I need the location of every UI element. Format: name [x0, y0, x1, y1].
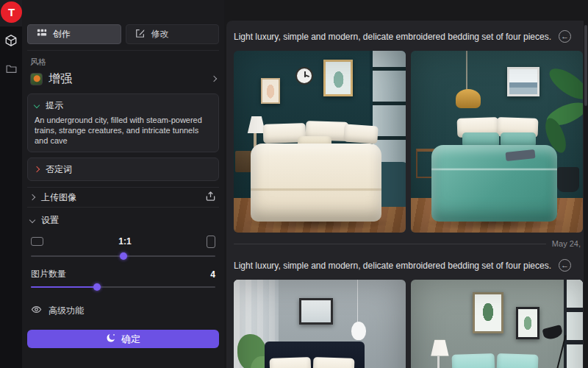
window: [564, 280, 583, 368]
aspect-ratio-slider-thumb[interactable]: [120, 252, 127, 260]
divider-line: [234, 244, 546, 244]
portrait-ratio-icon[interactable]: [207, 236, 215, 248]
aspect-ratio-value: 1:1: [43, 236, 207, 247]
tab-modify[interactable]: 修改: [126, 24, 220, 44]
wall-clock: [295, 67, 313, 85]
pillow: [501, 132, 536, 147]
wall-art-frame: [516, 307, 539, 339]
settings-label: 设置: [41, 214, 59, 227]
eye-icon: [31, 304, 42, 317]
pillow: [270, 357, 312, 368]
headboard: [265, 342, 365, 368]
prompt-box[interactable]: 提示 An underground city, filled with stea…: [27, 93, 219, 152]
upload-image-row[interactable]: 上传图像: [30, 188, 216, 207]
bed-shadow: [425, 214, 566, 230]
advanced-features-label: 高级功能: [49, 305, 84, 317]
chevron-right-icon: [211, 76, 217, 82]
chevron-down-icon: [29, 217, 35, 223]
advanced-features-row[interactable]: 高级功能: [31, 303, 215, 318]
plant-leaf: [251, 356, 273, 368]
floor-lamp-shade: [542, 325, 563, 341]
scrollbar-thumb[interactable]: [584, 25, 587, 106]
generation-feed-card: Light luxury, simple and modern, delicat…: [226, 21, 584, 368]
table-lamp: [244, 116, 269, 133]
date-label: May 24,: [552, 239, 581, 248]
generated-image-2[interactable]: [411, 51, 583, 233]
tab-modify-label: 修改: [151, 28, 169, 40]
tab-create-label: 创作: [53, 28, 71, 40]
pillow: [312, 357, 354, 368]
throw-blanket: [505, 149, 535, 161]
duvet: [251, 144, 381, 222]
pendant-lamp: [351, 322, 366, 340]
confirm-generate-button[interactable]: 确定: [27, 330, 219, 348]
moon-icon: [106, 333, 116, 345]
app-logo[interactable]: T: [1, 1, 22, 23]
folder-icon: [5, 63, 18, 78]
negative-prompt-box[interactable]: 否定词: [27, 158, 219, 181]
lamp-base: [254, 133, 257, 149]
wall-art-frame: [473, 292, 503, 333]
pendant-lamp: [456, 89, 481, 108]
image-count-slider[interactable]: [31, 283, 215, 291]
pillow: [496, 353, 538, 368]
wall-art-frame: [261, 78, 280, 104]
mode-tabs: 创作 修改: [27, 24, 219, 44]
upload-label: 上传图像: [41, 191, 76, 204]
tab-create[interactable]: 创作: [27, 24, 121, 44]
image-count-slider-thumb[interactable]: [93, 283, 101, 291]
chevron-down-icon: [34, 102, 40, 108]
generated-image-4[interactable]: [411, 280, 583, 368]
aspect-ratio-slider[interactable]: [31, 252, 215, 261]
generated-image-1[interactable]: [234, 51, 406, 233]
group-prompt-2: Light luxury, simple and modern, delicat…: [234, 261, 551, 271]
image-count-row: 图片数量 4: [31, 268, 215, 280]
plant-leaf: [542, 115, 570, 155]
prompt-text[interactable]: An underground city, filled with steam-p…: [35, 115, 212, 146]
pillow: [262, 123, 306, 144]
settings-header[interactable]: 设置: [30, 210, 216, 230]
sidebar-item-assets[interactable]: [0, 59, 22, 81]
style-section-label: 风格: [30, 57, 216, 68]
plant-leaf: [545, 63, 583, 105]
generated-image-3[interactable]: [234, 280, 406, 368]
lamp-stem: [437, 356, 440, 368]
group-header-1: Light luxury, simple and modern, delicat…: [226, 21, 584, 51]
pillow: [497, 117, 539, 138]
pillow: [343, 124, 379, 144]
table-lamp: [428, 340, 451, 356]
prompt-label: 提示: [46, 99, 63, 112]
image-row-1: [234, 51, 584, 233]
left-rail: T: [0, 0, 22, 368]
wall-art-frame: [507, 67, 539, 96]
upload-icon[interactable]: [205, 191, 216, 204]
chevron-right-icon: [29, 194, 35, 200]
feed-area: Light luxury, simple and modern, delicat…: [224, 0, 588, 368]
negative-label: 否定词: [46, 163, 72, 176]
window: [370, 51, 406, 171]
group-prompt-1: Light luxury, simple and modern, delicat…: [234, 32, 551, 42]
pillow: [306, 121, 349, 141]
date-divider: May 24,: [234, 234, 581, 253]
prompt-header[interactable]: 提示: [35, 99, 212, 112]
landscape-ratio-icon[interactable]: [31, 237, 43, 246]
negative-header[interactable]: 否定词: [35, 163, 212, 176]
sidebar-item-generate[interactable]: [0, 31, 22, 53]
divider: [27, 50, 219, 51]
reuse-prompt-icon[interactable]: ←: [559, 30, 571, 43]
floor: [411, 198, 583, 233]
edit-icon: [135, 28, 146, 40]
pendant-cord: [466, 51, 467, 93]
image-count-label: 图片数量: [31, 268, 66, 280]
armchair: [373, 162, 406, 208]
aspect-ratio-row: 1:1: [31, 233, 215, 250]
pillow: [452, 353, 495, 368]
style-selector[interactable]: 增强: [30, 71, 216, 86]
image-count-value: 4: [210, 269, 215, 280]
pillow: [462, 132, 499, 147]
pillow: [298, 136, 331, 149]
plant-pot: [557, 167, 579, 192]
reuse-prompt-icon[interactable]: ←: [559, 259, 571, 272]
sheer-curtain: [234, 280, 279, 368]
nightstand: [235, 151, 266, 173]
